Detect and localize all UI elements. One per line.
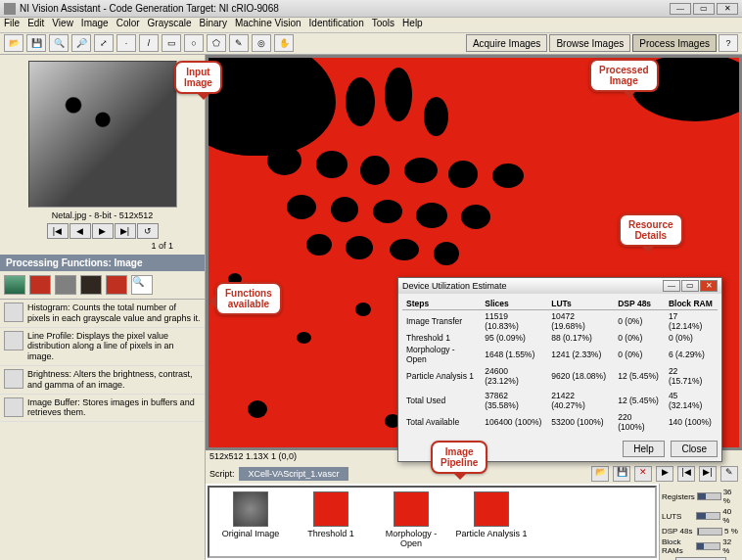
window-title: NI Vision Assistant - Code Generation Ta… <box>20 3 279 14</box>
pipeline-step[interactable]: Particle Analysis 1 <box>454 491 529 552</box>
menu-help[interactable]: Help <box>402 18 423 32</box>
function-icon <box>4 397 23 417</box>
resource-bar <box>697 528 722 536</box>
menu-edit[interactable]: Edit <box>27 18 44 32</box>
pipeline-label: Morphology - Open <box>374 529 448 548</box>
function-icon <box>4 331 23 350</box>
roi-annulus-icon[interactable]: ◎ <box>252 34 271 52</box>
category-binary-icon[interactable] <box>80 275 102 295</box>
callout-processed-image: ProcessedImage <box>589 59 659 92</box>
function-icon <box>4 369 23 389</box>
roi-poly-icon[interactable]: ⬠ <box>207 34 226 52</box>
category-image-icon[interactable] <box>4 275 25 295</box>
image-count: 1 of 1 <box>0 241 205 251</box>
menu-color[interactable]: Color <box>116 18 140 32</box>
script-step-prev-icon[interactable]: |◀ <box>677 466 695 482</box>
help-icon[interactable]: ? <box>719 34 738 52</box>
category-grayscale-icon[interactable] <box>55 275 76 295</box>
pan-icon[interactable]: ✋ <box>274 34 294 52</box>
close-button[interactable]: Close <box>671 441 718 457</box>
function-description: Histogram: Counts the total number of pi… <box>27 303 201 324</box>
menu-view[interactable]: View <box>52 18 73 32</box>
pipeline-label: Threshold 1 <box>294 529 368 538</box>
maximize-button[interactable]: ▭ <box>693 3 715 15</box>
left-panel: Netal.jpg - 8-bit - 512x512 |◀ ◀ ▶ ▶| ↺ … <box>0 55 206 560</box>
dialog-title: Device Utilization Estimate <box>402 281 507 291</box>
function-icon <box>4 303 23 322</box>
image-caption: Netal.jpg - 8-bit - 512x512 <box>0 210 205 220</box>
device-utilization-dialog: Device Utilization Estimate — ▭ ✕ StepsS… <box>397 277 722 462</box>
pipeline-strip[interactable]: Original ImageThreshold 1Morphology - Op… <box>208 486 657 558</box>
script-save-icon[interactable]: 💾 <box>613 466 630 482</box>
table-header: Block RAM <box>665 298 718 310</box>
script-open-icon[interactable]: 📂 <box>591 466 609 482</box>
resource-pct: 40 % <box>722 507 740 525</box>
function-item[interactable]: Line Profile: Displays the pixel value d… <box>0 328 205 366</box>
pipeline-thumb <box>233 491 268 527</box>
zoom-fit-icon[interactable]: ⤢ <box>94 34 114 52</box>
open-icon[interactable]: 📂 <box>4 34 23 52</box>
nav-loop-icon[interactable]: ↺ <box>137 223 159 239</box>
script-delete-icon[interactable]: ✕ <box>634 466 652 482</box>
input-image-thumbnail[interactable] <box>28 61 177 208</box>
table-total-row: Total Used37862 (35.58%)21422 (40.27%)12… <box>402 387 718 411</box>
pipeline-label: Original Image <box>213 529 288 538</box>
resource-pct: 36 % <box>723 488 740 505</box>
callout-resource: ResourceDetails <box>619 213 683 247</box>
script-edit-icon[interactable]: ✎ <box>720 466 738 482</box>
dialog-maximize-button[interactable]: ▭ <box>681 280 699 292</box>
resource-label: Registers <box>662 492 695 501</box>
nav-last-icon[interactable]: ▶| <box>115 223 136 239</box>
pipeline-step[interactable]: Original Image <box>213 491 288 552</box>
resource-bar <box>696 542 720 550</box>
menu-tools[interactable]: Tools <box>372 18 394 32</box>
table-row: Particle Analysis 124600 (23.12%)9620 (1… <box>402 365 718 387</box>
menu-file[interactable]: File <box>4 18 20 32</box>
menu-binary[interactable]: Binary <box>200 18 227 32</box>
function-item[interactable]: Image Buffer: Stores images in buffers a… <box>0 395 205 423</box>
tab-browse[interactable]: Browse Images <box>549 34 630 52</box>
category-color-icon[interactable] <box>29 275 51 295</box>
table-row: Morphology - Open1648 (1.55%)1241 (2.33%… <box>402 344 718 365</box>
dialog-minimize-button[interactable]: — <box>663 280 680 292</box>
resource-pct: 5 % <box>724 527 738 536</box>
script-step-next-icon[interactable]: ▶| <box>699 466 717 482</box>
dialog-close-button[interactable]: ✕ <box>700 280 718 292</box>
roi-oval-icon[interactable]: ○ <box>184 34 204 52</box>
input-image <box>29 62 176 207</box>
tab-process[interactable]: Process Images <box>632 34 717 52</box>
zoom-out-icon[interactable]: 🔎 <box>71 34 91 52</box>
help-button[interactable]: Help <box>623 441 665 457</box>
table-header: LUTs <box>547 298 614 310</box>
menu-machine-vision[interactable]: Machine Vision <box>235 18 301 32</box>
tab-acquire[interactable]: Acquire Images <box>466 34 547 52</box>
pipeline-label: Particle Analysis 1 <box>454 529 529 538</box>
menu-image[interactable]: Image <box>81 18 109 32</box>
resource-pct: 32 % <box>722 537 740 555</box>
zoom-in-icon[interactable]: 🔍 <box>49 34 69 52</box>
roi-point-icon[interactable]: · <box>116 34 136 52</box>
roi-rect-icon[interactable]: ▭ <box>162 34 181 52</box>
function-item[interactable]: Histogram: Counts the total number of pi… <box>0 300 205 328</box>
pipeline-thumb <box>313 491 348 527</box>
save-icon[interactable]: 💾 <box>26 34 46 52</box>
pipeline-step[interactable]: Morphology - Open <box>374 491 448 552</box>
nav-prev-icon[interactable]: ◀ <box>70 223 91 239</box>
script-name: XCell-VAScript_1.vascr <box>239 467 349 481</box>
minimize-button[interactable]: — <box>670 3 691 15</box>
menu-grayscale[interactable]: Grayscale <box>148 18 192 32</box>
category-identification-icon[interactable]: 🔍 <box>131 275 153 295</box>
menu-identification[interactable]: Identification <box>309 18 364 32</box>
function-item[interactable]: Brightness: Alters the brightness, contr… <box>0 366 205 395</box>
resource-panel: Registers36 %LUTS40 %DSP 48s5 %Block RAM… <box>659 484 742 560</box>
roi-line-icon[interactable]: / <box>139 34 159 52</box>
category-machine-vision-icon[interactable] <box>106 275 127 295</box>
nav-next-icon[interactable]: ▶ <box>92 223 114 239</box>
resource-label: Block RAMs <box>662 537 694 555</box>
callout-input-image: InputImage <box>174 61 222 94</box>
close-button[interactable]: ✕ <box>717 3 738 15</box>
script-run-icon[interactable]: ▶ <box>656 466 673 482</box>
nav-first-icon[interactable]: |◀ <box>47 223 69 239</box>
roi-freehand-icon[interactable]: ✎ <box>229 34 249 52</box>
pipeline-step[interactable]: Threshold 1 <box>294 491 368 552</box>
